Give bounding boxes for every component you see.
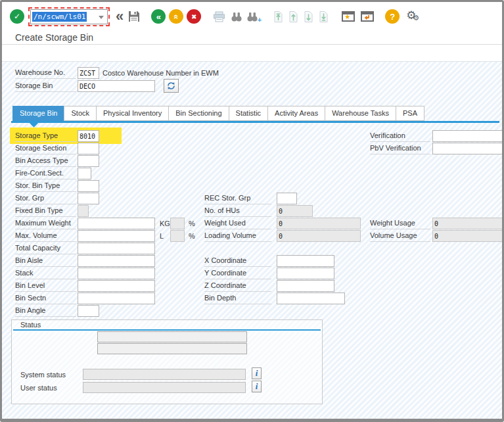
system-status-info-button[interactable]: i <box>252 367 262 379</box>
command-dropdown-icon[interactable] <box>99 16 104 19</box>
chevron-up-icon: « <box>172 14 181 18</box>
bin-angle-label: Bin Angle <box>15 306 76 317</box>
y-coordinate-label: Y Coordinate <box>204 268 271 279</box>
bin-aisle-label: Bin Aisle <box>15 256 76 267</box>
star-icon: ★ <box>344 13 350 20</box>
gear-small-icon: ⚙ <box>413 14 419 22</box>
bin-aisle-input[interactable] <box>78 255 155 267</box>
tab-stock[interactable]: Stock <box>64 106 97 121</box>
print-icon[interactable] <box>213 11 225 22</box>
refresh-button[interactable] <box>164 79 179 93</box>
weight-percent-input <box>170 218 185 229</box>
maximum-weight-unit: KG <box>160 219 170 229</box>
z-coordinate-input[interactable] <box>277 280 334 292</box>
bin-depth-input[interactable] <box>277 293 345 304</box>
weight-used-label: Weight Used <box>204 218 271 229</box>
maximum-weight-label: Maximum Weight <box>15 218 76 229</box>
x-coordinate-label: X Coordinate <box>204 256 271 267</box>
question-icon: ? <box>390 12 395 22</box>
cancel-button[interactable]: ✖ <box>187 9 201 24</box>
back-history-icon[interactable]: « <box>116 10 124 23</box>
warehouse-description: Costco Warehouse Number in EWM <box>103 68 219 78</box>
system-status-label: System status <box>20 370 66 380</box>
total-capacity-label: Total Capacity <box>15 243 76 254</box>
user-status-field <box>83 382 246 393</box>
command-field[interactable]: /n/scwm/ls01 <box>30 9 108 24</box>
y-coordinate-input[interactable] <box>277 268 334 279</box>
last-page-icon[interactable] <box>318 11 329 23</box>
weight-usage-label: Weight Usage <box>370 218 430 229</box>
user-status-label: User status <box>20 383 57 393</box>
verification-input[interactable] <box>432 130 503 142</box>
back-button[interactable]: « <box>151 9 166 24</box>
first-page-icon[interactable] <box>273 11 284 23</box>
tab-warehouse-tasks[interactable]: Warehouse Tasks <box>325 106 396 121</box>
tab-activity-areas[interactable]: Activity Areas <box>267 106 325 121</box>
tab-statistic[interactable]: Statistic <box>229 106 269 121</box>
bin-angle-input[interactable] <box>78 305 99 317</box>
next-page-icon[interactable] <box>303 11 314 23</box>
previous-page-icon[interactable] <box>288 11 299 23</box>
volume-percent-sign: % <box>189 231 195 241</box>
no-of-hus-input <box>277 205 313 217</box>
verification-label: Verification <box>370 131 430 142</box>
exit-button[interactable]: « <box>169 9 183 24</box>
storage-section-label: Storage Section <box>15 143 76 154</box>
maximum-weight-input[interactable] <box>78 218 155 229</box>
max-volume-input[interactable] <box>78 230 155 242</box>
pbv-verification-input[interactable] <box>432 143 503 154</box>
fixed-bin-type-input <box>78 205 89 217</box>
weight-used-input <box>277 218 361 229</box>
stor-bin-type-label: Stor. Bin Type <box>15 181 76 192</box>
check-icon: ✓ <box>14 12 20 21</box>
customize-layout-icon[interactable]: ⚙ ⚙ <box>405 9 421 24</box>
volume-usage-input <box>432 230 503 242</box>
command-field-value: /n/scwm/ls01 <box>32 12 87 22</box>
save-icon[interactable] <box>127 10 141 23</box>
tab-psa[interactable]: PSA <box>396 106 424 121</box>
tab-underline-bar <box>11 121 499 123</box>
warehouse-no-input[interactable] <box>78 67 99 79</box>
stack-input[interactable] <box>78 268 155 279</box>
new-session-icon[interactable]: ★ <box>341 11 355 22</box>
status-groupbox: Status System status i User status i <box>11 319 323 404</box>
stor-grp-input[interactable] <box>78 193 99 204</box>
bin-level-label: Bin Level <box>15 281 76 292</box>
status-display-bar-2 <box>97 343 247 354</box>
storage-type-input[interactable] <box>78 130 99 142</box>
refresh-icon <box>166 81 176 91</box>
create-shortcut-icon[interactable] <box>360 11 375 22</box>
storage-section-input[interactable] <box>78 143 99 154</box>
bin-access-type-input[interactable] <box>78 155 99 167</box>
storage-bin-label: Storage Bin <box>15 81 76 92</box>
back-icon: « <box>156 12 161 22</box>
bin-level-input[interactable] <box>78 280 155 292</box>
enter-button[interactable]: ✓ <box>10 9 24 24</box>
bin-sectn-input[interactable] <box>78 293 155 304</box>
rec-stor-grp-label: REC Stor. Grp <box>204 193 271 204</box>
find-icon[interactable] <box>231 11 242 22</box>
tab-storage-bin[interactable]: Storage Bin <box>12 106 64 121</box>
fire-cont-sect-label: Fire-Cont.Sect. <box>15 168 76 179</box>
weight-percent-sign: % <box>189 219 195 229</box>
sap-window: ✓ /n/scwm/ls01 « « « ✖ <box>0 0 504 422</box>
bin-access-type-label: Bin Access Type <box>15 156 76 167</box>
tab-bin-sectioning[interactable]: Bin Sectioning <box>168 106 229 121</box>
loading-volume-input <box>277 230 361 242</box>
fire-cont-sect-input[interactable] <box>78 168 91 179</box>
stor-bin-type-input[interactable] <box>78 180 99 192</box>
toolbar: ✓ /n/scwm/ls01 « « « ✖ <box>2 2 502 31</box>
user-status-info-button[interactable]: i <box>252 381 262 392</box>
storage-bin-input[interactable] <box>78 80 155 92</box>
stack-label: Stack <box>15 268 76 279</box>
find-next-icon[interactable]: + <box>246 11 258 22</box>
tab-physical-inventory[interactable]: Physical Inventory <box>96 106 169 121</box>
pbv-verification-label: PbV Verification <box>370 143 430 154</box>
total-capacity-input[interactable] <box>78 243 155 254</box>
weight-usage-input <box>432 218 503 229</box>
x-coordinate-input[interactable] <box>277 255 334 267</box>
help-button[interactable]: ? <box>385 9 400 24</box>
rec-stor-grp-input[interactable] <box>277 193 297 204</box>
no-of-hus-label: No. of HUs <box>204 206 271 217</box>
status-group-underline <box>13 329 321 331</box>
